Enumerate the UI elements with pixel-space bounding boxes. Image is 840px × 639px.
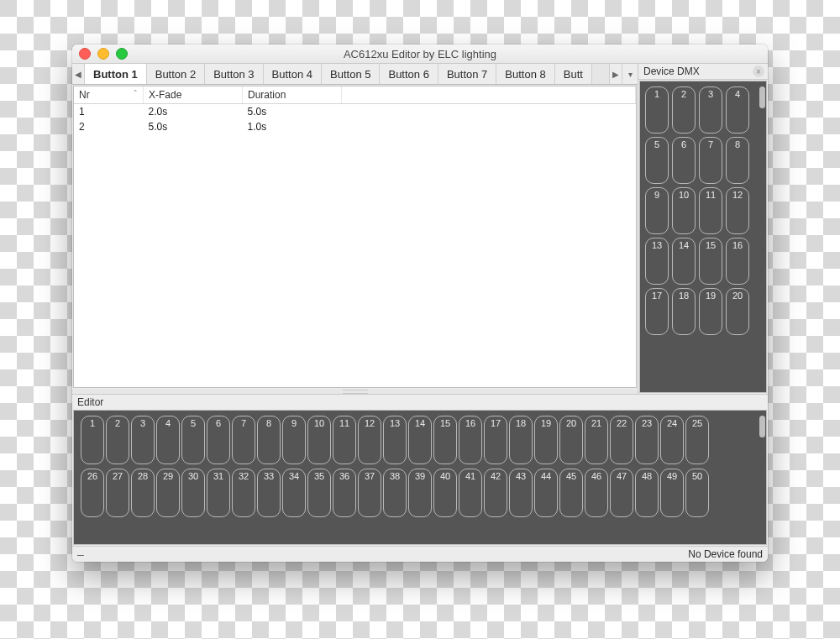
editor-slot[interactable]: 46 bbox=[585, 469, 608, 517]
editor-slot[interactable]: 16 bbox=[459, 416, 482, 464]
editor-slot[interactable]: 6 bbox=[207, 416, 230, 464]
editor-slot[interactable]: 3 bbox=[131, 416, 155, 464]
editor-slot[interactable]: 1 bbox=[81, 416, 104, 464]
editor-slot[interactable]: 41 bbox=[459, 469, 482, 517]
tab-button-5[interactable]: Button 5 bbox=[322, 64, 380, 84]
tab-button-7[interactable]: Button 7 bbox=[438, 64, 496, 84]
dmx-slot[interactable]: 17 bbox=[645, 288, 669, 335]
close-icon[interactable] bbox=[79, 48, 91, 60]
dmx-slot[interactable]: 15 bbox=[699, 238, 722, 285]
dmx-slot[interactable]: 4 bbox=[726, 86, 749, 134]
editor-slot[interactable]: 14 bbox=[408, 416, 432, 464]
editor-header: Editor bbox=[72, 395, 768, 410]
tab-button-8[interactable]: Button 8 bbox=[496, 64, 554, 84]
editor-slot[interactable]: 39 bbox=[408, 469, 432, 517]
editor-slot[interactable]: 29 bbox=[156, 469, 180, 517]
dmx-slot[interactable]: 10 bbox=[672, 187, 696, 234]
editor-slot[interactable]: 17 bbox=[484, 416, 507, 464]
dmx-slot[interactable]: 16 bbox=[726, 238, 749, 285]
tab-button-1[interactable]: Button 1 bbox=[85, 64, 147, 84]
dmx-slot[interactable]: 14 bbox=[672, 238, 696, 285]
scrollbar-thumb[interactable] bbox=[759, 86, 765, 108]
horizontal-splitter[interactable] bbox=[72, 389, 638, 394]
tab-button-6[interactable]: Button 6 bbox=[380, 64, 438, 84]
editor-slot[interactable]: 35 bbox=[307, 469, 331, 517]
maximize-icon[interactable] bbox=[116, 48, 128, 60]
tab-nav-left-icon[interactable]: ◀ bbox=[72, 64, 85, 84]
dmx-slot[interactable]: 12 bbox=[726, 187, 749, 234]
editor-slot[interactable]: 25 bbox=[685, 416, 709, 464]
dmx-slot[interactable]: 2 bbox=[672, 86, 696, 134]
editor-slot[interactable]: 4 bbox=[156, 416, 180, 464]
dmx-slot[interactable]: 5 bbox=[645, 137, 669, 184]
editor-slot[interactable]: 48 bbox=[635, 469, 659, 517]
table-row[interactable]: 12.0s5.0s bbox=[74, 104, 636, 120]
editor-slot[interactable]: 42 bbox=[484, 469, 507, 517]
dmx-slot[interactable]: 7 bbox=[699, 137, 722, 184]
dmx-slot[interactable]: 19 bbox=[699, 288, 722, 335]
editor-slot[interactable]: 11 bbox=[333, 416, 356, 464]
editor-slot[interactable]: 38 bbox=[383, 469, 407, 517]
editor-slot[interactable]: 22 bbox=[610, 416, 633, 464]
editor-slot[interactable]: 36 bbox=[333, 469, 356, 517]
dmx-slot[interactable]: 9 bbox=[645, 187, 669, 234]
editor-slot[interactable]: 13 bbox=[383, 416, 407, 464]
dmx-slot[interactable]: 6 bbox=[672, 137, 696, 184]
editor-slot[interactable]: 50 bbox=[685, 469, 709, 517]
dmx-slot[interactable]: 18 bbox=[672, 288, 696, 335]
tab-button-3[interactable]: Button 3 bbox=[205, 64, 263, 84]
dmx-slot[interactable]: 8 bbox=[726, 137, 749, 184]
editor-slot[interactable]: 2 bbox=[106, 416, 129, 464]
editor-slot[interactable]: 37 bbox=[358, 469, 381, 517]
col-header-duration[interactable]: Duration bbox=[243, 86, 342, 104]
dmx-slot[interactable]: 20 bbox=[726, 288, 749, 335]
editor-slot[interactable]: 15 bbox=[433, 416, 457, 464]
editor-slot[interactable]: 10 bbox=[307, 416, 331, 464]
editor-slot[interactable]: 26 bbox=[81, 469, 104, 517]
editor-slot[interactable]: 12 bbox=[358, 416, 381, 464]
editor-slot[interactable]: 7 bbox=[232, 416, 255, 464]
editor-slot[interactable]: 28 bbox=[131, 469, 155, 517]
dmx-slot[interactable]: 1 bbox=[645, 86, 669, 134]
editor-slot[interactable]: 5 bbox=[181, 416, 205, 464]
col-header-nr[interactable]: Nr ˄ bbox=[74, 86, 144, 104]
cell-nr: 1 bbox=[74, 104, 144, 120]
editor-slot[interactable]: 47 bbox=[610, 469, 633, 517]
device-dmx-title: Device DMX bbox=[643, 65, 700, 77]
minimize-icon[interactable] bbox=[97, 48, 109, 60]
editor-grid: 1234567891011121314151617181920212223242… bbox=[73, 410, 767, 545]
tab-button-4[interactable]: Button 4 bbox=[264, 64, 322, 84]
editor-slot[interactable]: 30 bbox=[181, 469, 205, 517]
editor-slot[interactable]: 40 bbox=[433, 469, 457, 517]
tab-button-2[interactable]: Button 2 bbox=[147, 64, 205, 84]
editor-slot[interactable]: 44 bbox=[534, 469, 558, 517]
editor-slot[interactable]: 19 bbox=[534, 416, 558, 464]
editor-slot[interactable]: 32 bbox=[232, 469, 255, 517]
editor-slot[interactable]: 49 bbox=[660, 469, 684, 517]
editor-slot[interactable]: 33 bbox=[257, 469, 281, 517]
dmx-slot[interactable]: 3 bbox=[699, 86, 722, 134]
editor-slot[interactable]: 45 bbox=[559, 469, 583, 517]
close-panel-icon[interactable]: × bbox=[753, 65, 764, 77]
dmx-slot[interactable]: 11 bbox=[699, 187, 722, 234]
col-header-xfade[interactable]: X-Fade bbox=[144, 86, 243, 104]
editor-slot[interactable]: 23 bbox=[635, 416, 659, 464]
editor-slot[interactable]: 34 bbox=[282, 469, 306, 517]
tab-nav-right-icon[interactable]: ▶ bbox=[609, 64, 622, 84]
editor-slot[interactable]: 27 bbox=[106, 469, 129, 517]
tab-bar: ◀ Button 1Button 2Button 3Button 4Button… bbox=[72, 64, 638, 85]
editor-slot[interactable]: 31 bbox=[207, 469, 230, 517]
tab-overflow-icon[interactable]: ▾ bbox=[622, 64, 638, 84]
scrollbar-thumb[interactable] bbox=[759, 416, 765, 437]
editor-slot[interactable]: 9 bbox=[282, 416, 306, 464]
tab-button-9[interactable]: Butt bbox=[555, 64, 592, 84]
editor-slot[interactable]: 8 bbox=[257, 416, 281, 464]
editor-slot[interactable]: 21 bbox=[585, 416, 608, 464]
status-right: No Device found bbox=[688, 548, 763, 560]
editor-slot[interactable]: 18 bbox=[509, 416, 533, 464]
editor-slot[interactable]: 24 bbox=[660, 416, 684, 464]
table-row[interactable]: 25.0s1.0s bbox=[74, 119, 636, 134]
dmx-slot[interactable]: 13 bbox=[645, 238, 669, 285]
editor-slot[interactable]: 43 bbox=[509, 469, 533, 517]
editor-slot[interactable]: 20 bbox=[559, 416, 583, 464]
